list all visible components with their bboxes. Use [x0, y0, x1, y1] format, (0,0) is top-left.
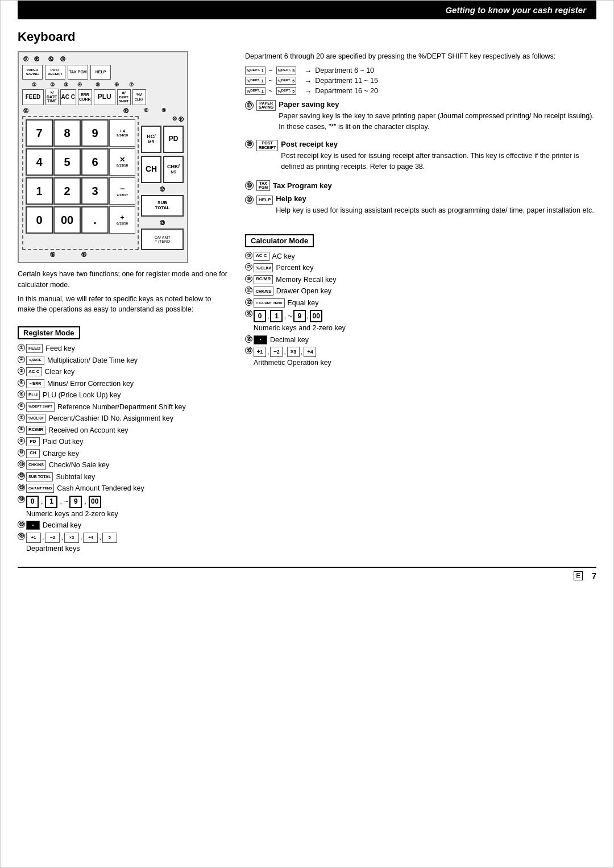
kbd-num-16b: ⑯: [81, 251, 86, 259]
kbd-ac-key[interactable]: AC C: [60, 89, 76, 105]
intro-line1: Certain keys have two functions; one for…: [18, 269, 228, 290]
kbd-num-20: ⑳: [60, 56, 65, 63]
kbd-5[interactable]: 5: [53, 148, 81, 176]
calc-chk-icon: CHK/NS: [254, 286, 273, 296]
calc-list-item: ⑭ 0 , 1 , ~ 9 , 00 Numeric keys and 2-ze…: [245, 310, 596, 334]
num-11: ⑪: [18, 460, 25, 468]
kbd-help-key[interactable]: HELP: [90, 65, 111, 80]
kbd-err-key[interactable]: ERR CORR: [78, 89, 92, 105]
chk-ns-icon: CHK/NS: [26, 460, 46, 470]
arith-minus: −2: [270, 347, 283, 357]
num-4: ④: [18, 379, 25, 387]
list-item: ⑧ RC/MR Received on Account key: [18, 426, 228, 436]
kbd-plus-key[interactable]: + 4 9/14/19: [109, 119, 135, 147]
dept-row-3: %DEPT · 1 ~ %DEPT · 5 → Department 16 ~ …: [245, 87, 596, 95]
calc-num-14: ⑭: [245, 310, 252, 317]
kbd-dot[interactable]: .: [81, 206, 109, 234]
calc-num-15: ⑮: [245, 335, 252, 343]
dept-range-3: Department 16 ~ 20: [315, 87, 378, 95]
dept-to-key-2: %DEPT · 5: [276, 77, 297, 85]
dept-row-1: %DEPT · 1 ~ %DEPT · 5 → Department 6 ~ 1…: [245, 67, 596, 75]
kbd-4[interactable]: 4: [26, 148, 53, 176]
kbd-1[interactable]: 1: [26, 177, 53, 205]
kbd-pd-key[interactable]: PD: [163, 126, 184, 153]
tax-pgm-key-icon: TAXPGM: [256, 180, 270, 191]
kbd-chk-ns-key[interactable]: CHK/NS: [163, 156, 184, 183]
kbd-num-12: ⑫: [141, 186, 184, 193]
kbd-ch-key[interactable]: CH: [141, 156, 161, 183]
kbd-6[interactable]: 6: [81, 148, 109, 176]
key-00: 00: [89, 496, 101, 508]
kbd-minus-key[interactable]: − 7/12/17: [109, 177, 135, 205]
calc-num-11: ⑪: [245, 286, 252, 294]
help-content: Help key Help key is used for issuing as…: [276, 194, 594, 221]
kbd-plus2-key[interactable]: + 6/11/16: [109, 206, 135, 234]
kbd-rc-mr-key[interactable]: RC/MR: [141, 126, 161, 153]
kbd-num-10: ⑩: [172, 116, 177, 123]
dept-range-1: Department 6 ~ 10: [315, 67, 374, 74]
sub-total-icon: SUB TOTAL: [26, 472, 53, 481]
list-item: ⑦ %/CLK# Percent/Cashier ID No. Assignme…: [18, 414, 228, 424]
kbd-mult-key[interactable]: ×/DATETIME: [45, 89, 59, 105]
kbd-sub-total-key[interactable]: SUB TOTAL: [141, 195, 184, 217]
kbd-num-9: ⑨: [156, 107, 172, 115]
kbd-right-keys: ⑩ ⑪ RC/MR PD CH: [141, 116, 184, 250]
register-mode-list: ① FEED Feed key ② ×/DATE Multiplication/…: [18, 344, 228, 554]
num-1: ①: [18, 344, 25, 351]
kbd-num-1: ①: [23, 82, 45, 88]
kbd-feed-key[interactable]: FEED: [22, 89, 44, 105]
calc-num-13: ⑬: [245, 298, 252, 306]
kbd-8[interactable]: 8: [53, 119, 81, 147]
calc-list-item: ⑪ CHK/NS Drawer Open key: [245, 286, 596, 297]
calc-ac-icon: AC C: [254, 252, 269, 261]
kbd-pct-key[interactable]: %/CLK#: [132, 89, 146, 105]
calc-num-8: ⑧: [245, 275, 252, 283]
num-13: ⑬: [18, 484, 25, 491]
kbd-num-3: ③: [60, 82, 72, 88]
intro-line2: In this manual, we will refer to specifi…: [18, 294, 228, 315]
calc-num-16: ⑯: [245, 347, 252, 354]
register-mode-label: Register Mode: [18, 326, 80, 339]
num-9: ⑨: [18, 437, 25, 445]
dept-arrow-2: →: [304, 77, 312, 85]
key-1: 1: [45, 496, 57, 508]
kbd-00[interactable]: 00: [53, 206, 81, 234]
kbd-mult2-key[interactable]: ✕ 8/13/18: [109, 148, 135, 176]
dept-table: %DEPT · 1 ~ %DEPT · 5 → Department 6 ~ 1…: [245, 67, 596, 95]
kbd-num-2: ②: [46, 82, 59, 88]
dept-key-2: −2: [45, 533, 60, 543]
num-6: ⑥: [18, 402, 25, 410]
kbd-tax-pgm-key[interactable]: TAX PGM: [68, 65, 88, 80]
num-5: ⑤: [18, 391, 25, 398]
kbd-tend-key[interactable]: CA/ AMT = /TEND: [141, 229, 184, 250]
dept-to-key-1: %DEPT · 5: [276, 67, 297, 74]
kbd-3[interactable]: 3: [81, 177, 109, 205]
kbd-0[interactable]: 0: [26, 206, 53, 234]
calc-list-item: ⑯ +1 , −2 , ×3 , ÷4 Arithmetic Operation…: [245, 347, 596, 368]
calc-key-00: 00: [310, 310, 322, 322]
kbd-2[interactable]: 2: [53, 177, 81, 205]
kbd-numpad-dotted: 7 8 9 + 4 9/14/19 4 5 6: [22, 116, 139, 250]
kbd-num-11: ⑪: [179, 116, 184, 123]
kbd-main-area: 7 8 9 + 4 9/14/19 4 5 6: [22, 116, 184, 250]
kbd-paper-saving-key[interactable]: PAPER SAVING: [22, 65, 43, 80]
calc-key-0: 0: [254, 310, 266, 322]
kbd-dept-shift-key[interactable]: #/DEPTSHIFT: [117, 89, 131, 105]
num-3: ③: [18, 367, 25, 375]
dept-key-1: +1: [26, 533, 41, 543]
kbd-post-receipt-key[interactable]: POST RECEIPT: [45, 65, 65, 80]
paper-saving-desc: Paper saving key is the key to save prin…: [279, 111, 596, 132]
err-key-icon: −/ERR: [26, 379, 44, 388]
kbd-9[interactable]: 9: [81, 119, 109, 147]
tax-pgm-section: ⑲ TAXPGM Tax Program key: [245, 180, 596, 191]
num-16: ⑯: [18, 533, 25, 540]
paper-saving-key-icon: PAPERSAVING: [256, 100, 276, 111]
kbd-plu-key[interactable]: PLU: [94, 89, 115, 105]
help-num: ⑳: [245, 196, 254, 204]
calc-list-item: ⑮ • Decimal key: [245, 335, 596, 346]
kbd-num-14a: ⑭: [23, 107, 113, 115]
kbd-7[interactable]: 7: [26, 119, 53, 147]
page: Getting to know your cash register Keybo…: [0, 0, 614, 868]
kbd-num-7: ⑦: [125, 82, 138, 88]
post-receipt-key-icon: POSTRECEIPT: [256, 140, 278, 151]
